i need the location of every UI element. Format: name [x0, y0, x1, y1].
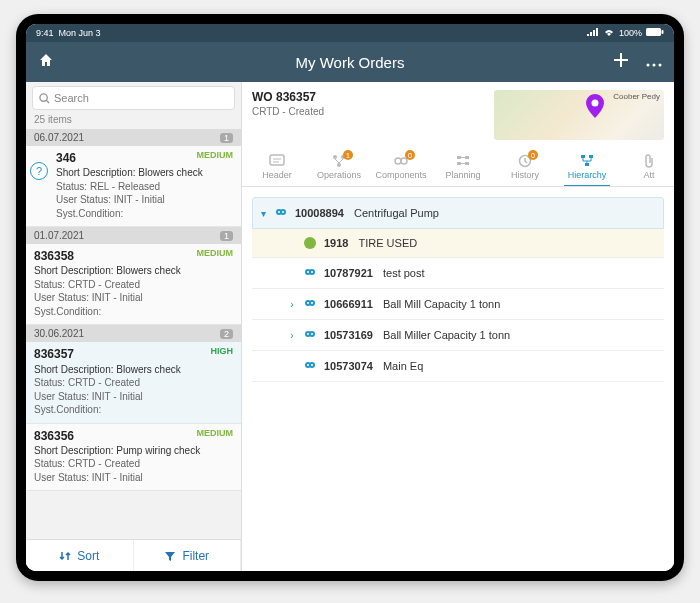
help-icon[interactable]: ? — [30, 162, 48, 180]
node-code: 10008894 — [295, 207, 344, 219]
status-bar: 9:41 Mon Jun 3 100% — [26, 24, 674, 42]
search-input[interactable]: Search — [32, 86, 235, 110]
status-dot-icon — [304, 237, 316, 249]
svg-rect-29 — [585, 163, 589, 166]
priority-label: MEDIUM — [197, 427, 234, 439]
battery-pct: 100% — [619, 28, 642, 38]
svg-point-41 — [311, 302, 313, 304]
signal-icon — [587, 28, 599, 38]
svg-rect-3 — [596, 28, 598, 36]
node-name: Centrifugal Pump — [354, 207, 439, 219]
node-code: 10666911 — [324, 298, 373, 310]
svg-rect-21 — [457, 162, 461, 165]
tree-node[interactable]: ›10573169Ball Miller Capacity 1 tonn — [252, 320, 664, 351]
node-code: 10573074 — [324, 360, 373, 372]
sort-button[interactable]: Sort — [26, 540, 134, 571]
node-name: Ball Mill Capacity 1 tonn — [383, 298, 500, 310]
node-name: Ball Miller Capacity 1 tonn — [383, 329, 510, 341]
battery-icon — [646, 28, 664, 38]
svg-rect-5 — [662, 30, 664, 34]
tab-header[interactable]: Header — [246, 150, 308, 186]
svg-point-15 — [333, 155, 337, 159]
components-icon: 0 — [393, 154, 409, 168]
home-button[interactable] — [38, 52, 54, 72]
svg-point-7 — [653, 64, 656, 67]
svg-point-48 — [307, 364, 309, 366]
operations-icon: 1 — [331, 154, 347, 168]
detail-tabs: Header1Operations0ComponentsPlanning0His… — [242, 150, 674, 187]
work-order-list: 06.07.20211 ? MEDIUM 346 Short Descripti… — [26, 129, 241, 539]
item-count: 25 items — [26, 112, 241, 129]
hierarchy-icon — [579, 154, 595, 168]
tree-node[interactable]: 10573074Main Eq — [252, 351, 664, 382]
svg-rect-23 — [465, 162, 469, 165]
node-name: test post — [383, 267, 425, 279]
priority-label: MEDIUM — [197, 247, 234, 259]
more-button[interactable] — [646, 53, 662, 71]
tab-planning[interactable]: Planning — [432, 150, 494, 186]
svg-point-8 — [659, 64, 662, 67]
history-icon: 0 — [518, 154, 532, 168]
tab-hierarchy[interactable]: Hierarchy — [556, 150, 618, 186]
svg-rect-28 — [589, 155, 593, 158]
node-name: TIRE USED — [358, 237, 417, 249]
svg-point-9 — [40, 93, 47, 100]
expand-icon[interactable]: › — [288, 330, 296, 341]
svg-point-37 — [311, 271, 313, 273]
svg-rect-22 — [465, 156, 469, 159]
filter-button[interactable]: Filter — [134, 540, 242, 571]
equipment-icon — [304, 297, 316, 311]
date-header: 01.07.20211 — [26, 227, 241, 244]
tree-node[interactable]: ▾10008894Centrifugal Pump — [252, 197, 664, 229]
tree-node[interactable]: ›10666911Ball Mill Capacity 1 tonn — [252, 289, 664, 320]
equipment-icon — [304, 359, 316, 373]
node-code: 10573169 — [324, 329, 373, 341]
svg-point-40 — [307, 302, 309, 304]
tree-node[interactable]: 10787921test post — [252, 258, 664, 289]
map-location-label: Coober Pedy — [613, 92, 660, 101]
wo-item-number: 836357 — [34, 346, 233, 362]
detail-panel: WO 836357 CRTD - Created Coober Pedy Hea… — [242, 82, 674, 571]
wifi-icon — [603, 28, 615, 38]
work-order-item[interactable]: ? MEDIUM 346 Short Description: Blowers … — [26, 146, 241, 227]
hierarchy-tree: ▾10008894Centrifugal Pump1918TIRE USED10… — [242, 187, 674, 382]
expand-icon[interactable]: › — [288, 299, 296, 310]
date-header: 30.06.20212 — [26, 325, 241, 342]
svg-point-49 — [311, 364, 313, 366]
tab-badge: 0 — [528, 150, 538, 160]
work-order-item[interactable]: MEDIUM 836356 Short Description: Pump wi… — [26, 424, 241, 492]
wo-item-desc: Short Description: Blowers check — [34, 363, 233, 377]
svg-rect-27 — [581, 155, 585, 158]
map-thumbnail[interactable]: Coober Pedy — [494, 90, 664, 140]
work-order-item[interactable]: HIGH 836357 Short Description: Blowers c… — [26, 342, 241, 423]
add-button[interactable] — [614, 53, 628, 71]
map-pin-icon — [586, 94, 604, 122]
wo-status: CRTD - Created — [252, 106, 486, 117]
search-placeholder: Search — [54, 92, 89, 104]
node-code: 10787921 — [324, 267, 373, 279]
tab-att[interactable]: Att — [618, 150, 674, 186]
date-header: 06.07.20211 — [26, 129, 241, 146]
tab-components[interactable]: 0Components — [370, 150, 432, 186]
wo-item-desc: Short Description: Pump wiring check — [34, 444, 233, 458]
svg-point-33 — [282, 211, 284, 213]
priority-label: MEDIUM — [197, 149, 234, 161]
equipment-icon — [304, 328, 316, 342]
work-order-item[interactable]: MEDIUM 836358 Short Description: Blowers… — [26, 244, 241, 325]
wo-item-desc: Short Description: Blowers check — [56, 166, 233, 180]
tab-badge: 1 — [343, 150, 353, 160]
svg-rect-12 — [270, 155, 284, 165]
svg-point-18 — [395, 158, 401, 164]
att-icon — [643, 154, 655, 168]
tab-badge: 0 — [405, 150, 415, 160]
tab-history[interactable]: 0History — [494, 150, 556, 186]
expand-icon[interactable]: ▾ — [259, 208, 267, 219]
svg-rect-1 — [590, 32, 592, 36]
tab-operations[interactable]: 1Operations — [308, 150, 370, 186]
svg-point-17 — [337, 163, 341, 167]
svg-point-6 — [647, 64, 650, 67]
svg-rect-4 — [646, 28, 661, 36]
svg-line-10 — [46, 100, 49, 103]
tree-node[interactable]: 1918TIRE USED — [252, 229, 664, 258]
svg-point-44 — [307, 333, 309, 335]
